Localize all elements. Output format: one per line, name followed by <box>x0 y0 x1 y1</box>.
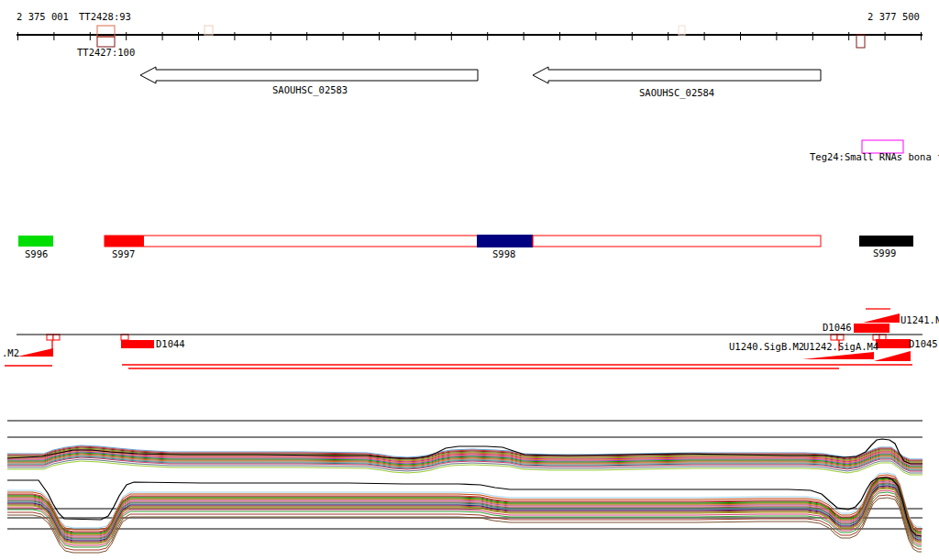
tu-obox[interactable] <box>53 335 60 340</box>
srna-box-s999[interactable] <box>859 236 913 247</box>
srna-label-s998: S998 <box>492 249 515 259</box>
tu-obox[interactable] <box>831 335 837 340</box>
srna-box-s997[interactable] <box>105 236 144 247</box>
tu-wedge-u1241[interactable] <box>863 313 900 323</box>
srna-outline[interactable] <box>105 236 821 247</box>
gene-arrow-saouhsc-02584[interactable] <box>533 67 821 83</box>
tu-obox[interactable] <box>47 335 53 340</box>
srna-label-s999: S999 <box>873 248 896 258</box>
tu-box-d1044[interactable] <box>121 340 154 348</box>
tu-label-u1240-sigb-m2: U1240.SigB.M2 <box>729 342 804 352</box>
feature-label-tt2428: TT2428:93 <box>79 12 131 22</box>
feature-box-faint-a[interactable] <box>204 26 213 35</box>
ruler-end-coordinate: 2 377 500 <box>867 12 920 22</box>
tu-box-d1046[interactable] <box>854 324 889 333</box>
tu-obox[interactable] <box>121 335 128 340</box>
tu-wedge-m2[interactable] <box>17 348 53 357</box>
tu-label-d1046: D1046 <box>823 323 852 333</box>
tu-label-d1044: D1044 <box>156 339 185 349</box>
tu-label-u1242-siga-m4: U1242.SigA.M4 <box>803 342 878 352</box>
ruler-start-coordinate: 2 375 001 <box>17 12 69 22</box>
srna-box-s996[interactable] <box>18 236 53 247</box>
srna-label-s996: S996 <box>25 249 48 259</box>
tu-obox[interactable] <box>837 335 844 340</box>
genome-tracks-canvas <box>0 0 939 560</box>
srna-label-s997: S997 <box>112 249 135 259</box>
feature-label-teg24: Teg24:Small RNAs bona fi <box>810 152 939 162</box>
feature-box-tt2427[interactable] <box>97 37 115 47</box>
feature-label-tt2427: TT2427:100 <box>77 48 135 58</box>
tu-label-m2: .M2 <box>2 348 19 358</box>
srna-box-s998[interactable] <box>477 235 533 247</box>
tu-label-d1045: D1045 <box>909 339 938 349</box>
gene-label-saouhsc-02583: SAOUHSC_02583 <box>272 85 348 95</box>
genome-browser-view: 2 375 001 TT2428:93 2 377 500 TT2427:100… <box>0 0 939 560</box>
gene-label-saouhsc-02584: SAOUHSC_02584 <box>639 88 714 98</box>
tu-box-d1045[interactable] <box>876 339 911 348</box>
gene-arrow-saouhsc-02583[interactable] <box>140 67 478 83</box>
feature-box-right[interactable] <box>856 35 865 48</box>
tu-wedge-u1242[interactable] <box>802 352 874 359</box>
tu-label-u1241-n: U1241.N <box>900 315 939 325</box>
tu-wedge-d1045[interactable] <box>874 351 911 361</box>
feature-box-faint-b[interactable] <box>679 26 685 35</box>
